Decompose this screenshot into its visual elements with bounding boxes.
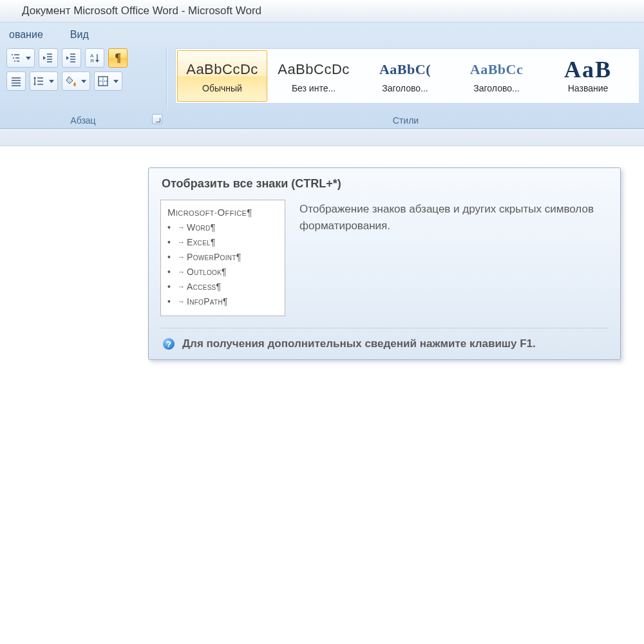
svg-text:Я: Я — [90, 58, 94, 64]
style-label: Без инте... — [270, 83, 357, 93]
tab-view[interactable]: Вид — [61, 25, 107, 44]
borders-button[interactable] — [94, 71, 122, 91]
tooltip-preview-item: Access¶ — [167, 279, 276, 294]
tooltip-preview-item: Excel¶ — [167, 235, 276, 250]
window-title: Документ Microsoft Office Word - Microso… — [0, 0, 644, 23]
ribbon-tabs: ование Вид — [0, 23, 644, 44]
style-normal[interactable]: AaBbCcDc Обычный — [177, 50, 267, 102]
line-spacing-icon — [33, 75, 44, 87]
style-label: Заголово... — [362, 83, 448, 93]
sort-icon: АЯ — [89, 52, 100, 64]
style-label: Название — [545, 83, 631, 93]
tooltip-title: Отобразить все знаки (CTRL+*) — [162, 177, 609, 191]
group-styles-label: Стили — [167, 115, 644, 126]
line-spacing-button[interactable] — [30, 71, 58, 91]
tooltip-preview: Microsoft·Office¶ Word¶ Excel¶ PowerPoin… — [160, 200, 285, 316]
tab-label: ование — [9, 29, 43, 40]
style-heading1[interactable]: AaBbC( Заголово... — [360, 50, 450, 102]
style-no-spacing[interactable]: AaBbCcDc Без инте... — [269, 50, 359, 102]
pilcrow-icon: ¶ — [115, 52, 121, 65]
tooltip-preview-item: PowerPoint¶ — [167, 250, 276, 265]
decrease-indent-icon — [43, 52, 54, 64]
decrease-indent-button[interactable] — [39, 48, 58, 68]
style-label: Заголово... — [453, 83, 540, 93]
increase-indent-icon — [66, 52, 77, 64]
tooltip-footer-text: Для получения дополнительных сведений на… — [182, 337, 536, 350]
tooltip-preview-heading: Microsoft·Office¶ — [167, 207, 276, 218]
group-paragraph: АЯ ¶ — [0, 44, 166, 128]
style-sample: AaBbCcDc — [179, 59, 265, 80]
align-justify-button[interactable] — [6, 71, 26, 91]
tooltip-preview-item: InfoPath¶ — [167, 294, 276, 309]
tooltip-description: Отображение знаков абзацев и других скры… — [299, 200, 609, 234]
tooltip-preview-item: Word¶ — [167, 220, 276, 235]
supertooltip: Отобразить все знаки (CTRL+*) Microsoft·… — [148, 167, 621, 360]
tooltip-footer: Для получения дополнительных сведений на… — [160, 328, 609, 359]
style-sample: AaB — [545, 59, 631, 80]
show-formatting-marks-button[interactable]: ¶ — [108, 48, 128, 68]
help-icon — [163, 338, 175, 350]
sort-button[interactable]: АЯ — [85, 48, 104, 68]
shading-button[interactable] — [62, 71, 90, 91]
style-heading2[interactable]: AaBbCc Заголово... — [451, 50, 542, 102]
paragraph-dialog-launcher[interactable] — [152, 114, 162, 124]
shading-icon — [65, 75, 77, 87]
align-justify-icon — [10, 75, 22, 87]
ruler — [0, 129, 644, 146]
style-label: Обычный — [179, 83, 265, 93]
group-paragraph-label: Абзац — [0, 115, 166, 126]
style-sample: AaBbCcDc — [270, 59, 357, 80]
style-sample: AaBbCc — [453, 59, 540, 80]
tooltip-preview-item: Outlook¶ — [167, 265, 276, 279]
multilevel-list-button[interactable] — [6, 48, 35, 68]
group-styles: AaBbCcDc Обычный AaBbCcDc Без инте... Aa… — [167, 44, 644, 128]
tab-label: Вид — [70, 29, 89, 40]
increase-indent-button[interactable] — [62, 48, 81, 68]
styles-gallery[interactable]: AaBbCcDc Обычный AaBbCcDc Без инте... Aa… — [175, 48, 639, 104]
style-sample: AaBbC( — [362, 59, 448, 80]
borders-icon — [97, 75, 109, 87]
multilevel-list-icon — [10, 52, 21, 64]
tab-partial-left[interactable]: ование — [0, 25, 61, 44]
ribbon: ование Вид АЯ — [0, 23, 644, 129]
window-title-text: Документ Microsoft Office Word - Microso… — [22, 5, 261, 17]
style-title[interactable]: AaB Название — [543, 50, 633, 102]
